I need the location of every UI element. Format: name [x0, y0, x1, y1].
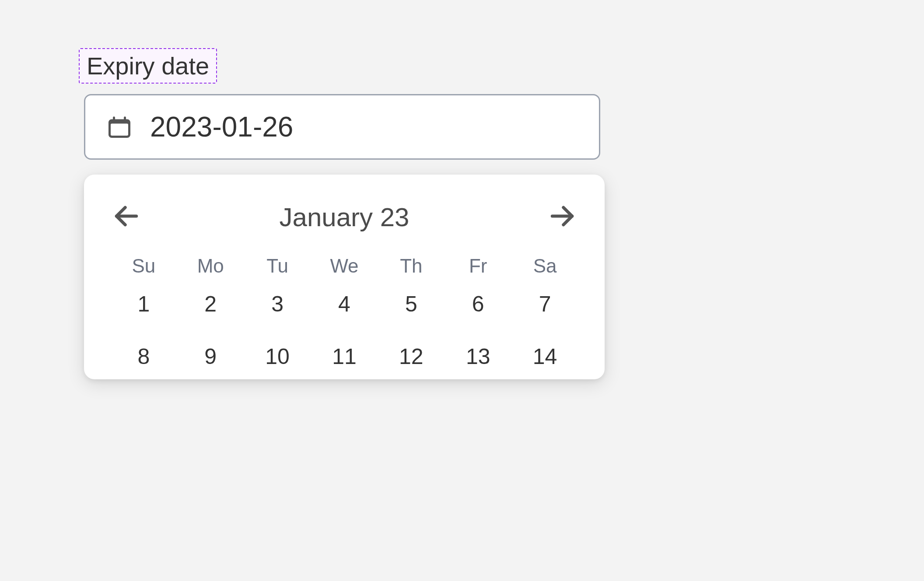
days-grid: 1 2 3 4 5 6 7 8 9 10 11 12 13 14 — [110, 290, 578, 371]
day-cell[interactable]: 10 — [244, 343, 311, 371]
date-input[interactable]: 2023-01-26 — [84, 94, 600, 160]
day-cell[interactable]: 6 — [444, 290, 511, 318]
calendar-icon — [106, 114, 133, 140]
arrow-right-icon — [547, 201, 577, 233]
day-cell[interactable]: 1 — [110, 290, 177, 318]
day-cell[interactable]: 12 — [378, 343, 444, 371]
day-cell[interactable]: 5 — [378, 290, 444, 318]
weekday-row: Su Mo Tu We Th Fr Sa — [110, 255, 578, 277]
day-cell[interactable]: 8 — [110, 343, 177, 371]
next-month-button[interactable] — [546, 201, 578, 233]
day-cell[interactable]: 9 — [177, 343, 244, 371]
date-value: 2023-01-26 — [150, 111, 293, 143]
field-label: Expiry date — [79, 48, 217, 84]
arrow-left-icon — [112, 201, 141, 233]
day-cell[interactable]: 7 — [511, 290, 578, 318]
day-cell[interactable]: 4 — [311, 290, 378, 318]
prev-month-button[interactable] — [110, 201, 143, 233]
calendar-popup: January 23 Su Mo Tu We Th Fr Sa 1 2 3 — [84, 175, 605, 379]
weekday-label: Th — [378, 255, 444, 277]
weekday-label: Fr — [444, 255, 511, 277]
day-cell[interactable]: 2 — [177, 290, 244, 318]
weekday-label: Sa — [511, 255, 578, 277]
weekday-label: Tu — [244, 255, 311, 277]
weekday-label: Mo — [177, 255, 244, 277]
day-cell[interactable]: 11 — [311, 343, 378, 371]
month-year-label: January 23 — [280, 202, 410, 232]
weekday-label: Su — [110, 255, 177, 277]
day-cell[interactable]: 3 — [244, 290, 311, 318]
day-cell[interactable]: 14 — [511, 343, 578, 371]
day-cell[interactable]: 13 — [444, 343, 511, 371]
weekday-label: We — [311, 255, 378, 277]
calendar-header: January 23 — [110, 201, 578, 233]
